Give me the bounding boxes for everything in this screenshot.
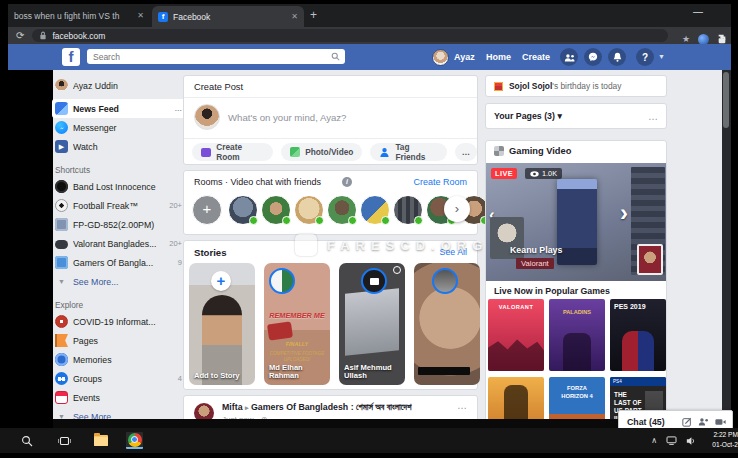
story-card[interactable]: REMEMBER ME FINALLY COMPETITIVE FOOTAGE … (264, 263, 330, 385)
sidebar-item-messenger[interactable]: Messenger (55, 118, 182, 137)
new-group-icon[interactable] (698, 417, 709, 426)
birthday-card[interactable]: Sojol Sojol's birthday is today (485, 75, 667, 97)
ps4-bar: PS4 (610, 377, 666, 386)
header-profile-name[interactable]: Ayaz (454, 52, 475, 62)
live-now-title: Live Now in Popular Games (494, 286, 610, 296)
story-card[interactable] (414, 263, 480, 385)
news-feed-more-icon[interactable]: … (175, 104, 183, 113)
game-tile-pes[interactable]: PES 2019 (610, 299, 666, 371)
sidebar-item-memories[interactable]: Memories (55, 350, 182, 369)
add-to-story-card[interactable]: + Add to Story (189, 263, 255, 385)
window-minimize-button[interactable]: — (693, 6, 703, 17)
create-room-button[interactable]: Create Room (192, 143, 273, 161)
sidebar-item-valorant-bangladesh[interactable]: Valorant Banglades... 20+ (55, 234, 182, 253)
add-room-plus-icon[interactable]: + (192, 195, 222, 225)
your-pages-more-icon[interactable]: … (648, 111, 658, 122)
more-options-button[interactable]: … (455, 143, 477, 161)
gaming-video-card: Gaming Video LIVE 1.0K ‹ › Keanu Plays V… (485, 140, 667, 428)
browser-address-bar: ⟳ facebook.com ★ (8, 27, 731, 44)
your-pages-card[interactable]: Your Pages (3) ▾ … (485, 103, 667, 129)
browser-tab-strip: boss when u fight him VS th ✕ f Facebook… (8, 4, 731, 27)
create-room-icon (201, 148, 211, 157)
friend-avatar[interactable] (360, 195, 390, 225)
tab-facebook[interactable]: f Facebook ✕ (152, 6, 304, 27)
new-message-icon[interactable] (682, 417, 692, 427)
tray-chevron-icon[interactable]: ∧ (651, 436, 657, 445)
tab-title: Facebook (173, 12, 287, 22)
post-group[interactable]: Gamers Of Bangladesh : গেমার্স অব বাংলাদ… (251, 402, 412, 412)
facebook-search-box[interactable] (87, 49, 345, 64)
nav-home-link[interactable]: Home (486, 52, 511, 62)
browser-profile-avatar[interactable] (698, 34, 709, 45)
search-icon[interactable] (331, 52, 340, 61)
birthday-name[interactable]: Sojol Sojol (509, 81, 552, 91)
tag-friends-button[interactable]: Tag Friends (370, 143, 446, 161)
messenger-icon[interactable] (584, 48, 602, 66)
search-input[interactable] (87, 52, 331, 62)
task-view-icon[interactable] (56, 432, 73, 449)
group-grid-icon (55, 218, 68, 231)
chrome-taskbar-icon[interactable] (126, 432, 143, 449)
file-explorer-icon[interactable] (92, 432, 109, 449)
game-scene-card (557, 179, 597, 265)
url-field[interactable]: facebook.com (32, 29, 668, 42)
account-caret-icon[interactable]: ▼ (658, 53, 665, 60)
header-profile-avatar[interactable] (432, 49, 449, 66)
next-video-chevron-icon[interactable]: › (620, 199, 628, 227)
bookmark-star-icon[interactable]: ★ (682, 34, 690, 44)
friend-requests-icon[interactable] (560, 48, 578, 66)
sidebar-item-events[interactable]: Events (55, 388, 182, 407)
sidebar-item-covid19[interactable]: COVID-19 Informat... (55, 312, 182, 331)
friend-avatar[interactable] (393, 195, 423, 225)
avatar (194, 104, 220, 130)
friend-avatar[interactable] (327, 195, 357, 225)
live-video-thumbnail[interactable]: LIVE 1.0K ‹ › Keanu Plays Valorant (486, 163, 667, 281)
nav-create-link[interactable]: Create (522, 52, 550, 62)
browser-scrollbar[interactable] (722, 70, 731, 428)
photo-video-button[interactable]: Photo/Video (281, 143, 362, 161)
your-pages-label[interactable]: Your Pages (3) ▾ (494, 111, 648, 121)
stories-see-all-link[interactable]: See All (440, 247, 467, 257)
info-icon[interactable]: i (342, 177, 352, 187)
sidebar-item-band-lost-innocence[interactable]: Band Lost Innocence (55, 177, 182, 196)
friend-avatar[interactable] (294, 195, 324, 225)
friend-avatar[interactable] (261, 195, 291, 225)
notifications-bell-icon[interactable] (608, 48, 626, 66)
scrollbar-thumb[interactable] (723, 72, 729, 128)
tab-close-icon[interactable]: ✕ (137, 11, 144, 20)
video-chat-icon[interactable] (715, 418, 726, 426)
sidebar-item-watch[interactable]: ▶ Watch (55, 137, 182, 156)
help-icon[interactable]: ? (636, 48, 654, 66)
volume-icon[interactable] (686, 436, 696, 446)
sidebar-item-groups[interactable]: Groups 4 (55, 369, 182, 388)
sidebar-item-news-feed[interactable]: News Feed … (52, 99, 185, 118)
friend-avatar[interactable] (228, 195, 258, 225)
story-overlay-text: REMEMBER ME (264, 311, 330, 320)
rooms-create-link[interactable]: Create Room (413, 177, 467, 187)
sidebar-profile[interactable]: Ayaz Uddin (55, 76, 182, 95)
network-icon[interactable] (666, 436, 677, 445)
sidebar-item-football-freak[interactable]: Football Freak™ 20+ (55, 196, 182, 215)
sidebar-item-gamers-of-bangladesh[interactable]: Gamers Of Bangla... 9 (55, 253, 182, 272)
shortcuts-see-more[interactable]: ▼ See More... (55, 272, 182, 291)
game-tile-paladins[interactable]: PALADINS (549, 299, 605, 371)
taskbar-search-icon[interactable] (18, 432, 35, 449)
game-tile-valorant[interactable]: VALORANT (488, 299, 544, 371)
facebook-logo[interactable]: f (62, 48, 80, 66)
post-more-icon[interactable]: … (457, 400, 467, 411)
events-calendar-icon (55, 391, 68, 404)
reload-icon[interactable]: ⟳ (16, 30, 24, 41)
left-sidebar: Ayaz Uddin News Feed … Messenger ▶ Watch… (55, 74, 182, 426)
sidebar-item-pages[interactable]: Pages (55, 331, 182, 350)
tab-meme-video[interactable]: boss when u fight him VS th ✕ (8, 4, 150, 27)
status-input[interactable]: What's on your mind, Ayaz? (228, 112, 346, 123)
taskbar-clock[interactable]: 2:22 PM 01-Oct-2 (698, 430, 738, 450)
tab-close-icon[interactable]: ✕ (291, 12, 298, 21)
story-card[interactable]: Asif Mehmud Ullash (339, 263, 405, 385)
sidebar-item-fp-gd[interactable]: FP-GD-852(2.00PM) (55, 215, 182, 234)
post-author[interactable]: Mifta (222, 402, 243, 412)
right-sidebar: Sojol Sojol's birthday is today Your Pag… (485, 70, 667, 428)
new-tab-button[interactable]: + (310, 8, 317, 22)
chat-label[interactable]: Chat (45) (619, 417, 682, 427)
next-rooms-chevron-icon[interactable]: › (444, 196, 470, 222)
